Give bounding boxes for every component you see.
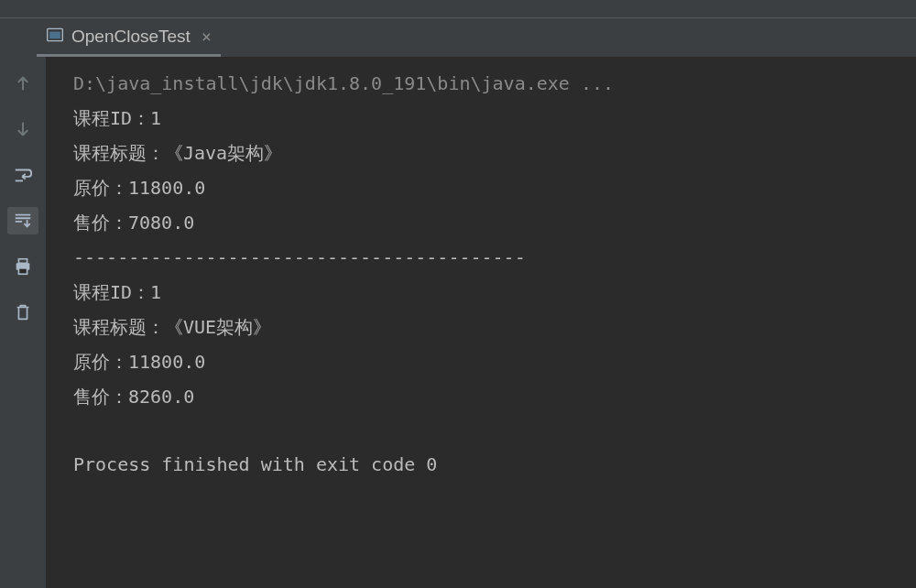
print-button[interactable] (7, 253, 38, 280)
trash-button[interactable] (7, 299, 38, 326)
down-arrow-button[interactable] (7, 115, 38, 143)
run-tab-title: OpenCloseTest (71, 27, 191, 47)
console-exit-line: Process finished with exit code 0 (73, 447, 909, 482)
console-line: 课程标题：《Java架构》 (73, 136, 909, 170)
console-line: 售价：7080.0 (73, 205, 909, 240)
window-top-bar (0, 0, 916, 18)
run-tab-bar: OpenCloseTest × (0, 18, 916, 57)
run-tab-icon (46, 26, 64, 48)
console-line: 课程ID：1 (73, 101, 909, 136)
svg-rect-4 (18, 268, 27, 274)
console-line: 售价：8260.0 (73, 379, 909, 414)
console-toolbar (0, 57, 46, 588)
console-output[interactable]: D:\java_install\jdk\jdk1.8.0_191\bin\jav… (46, 57, 916, 588)
console-separator: ----------------------------------------… (73, 240, 909, 275)
console-line: 原价：11800.0 (73, 170, 909, 205)
scroll-to-end-button[interactable] (7, 207, 38, 234)
up-arrow-button[interactable] (7, 70, 38, 97)
main-area: D:\java_install\jdk\jdk1.8.0_191\bin\jav… (0, 57, 916, 588)
close-icon[interactable]: × (202, 27, 212, 46)
soft-wrap-button[interactable] (7, 161, 38, 189)
console-command-line: D:\java_install\jdk\jdk1.8.0_191\bin\jav… (73, 66, 909, 101)
svg-rect-2 (18, 259, 27, 264)
console-line: 课程ID：1 (73, 275, 909, 310)
console-line: 课程标题：《VUE架构》 (73, 310, 909, 344)
svg-rect-1 (49, 31, 60, 38)
run-tab[interactable]: OpenCloseTest × (37, 18, 221, 57)
console-blank-line (73, 414, 909, 447)
console-line: 原价：11800.0 (73, 344, 909, 379)
